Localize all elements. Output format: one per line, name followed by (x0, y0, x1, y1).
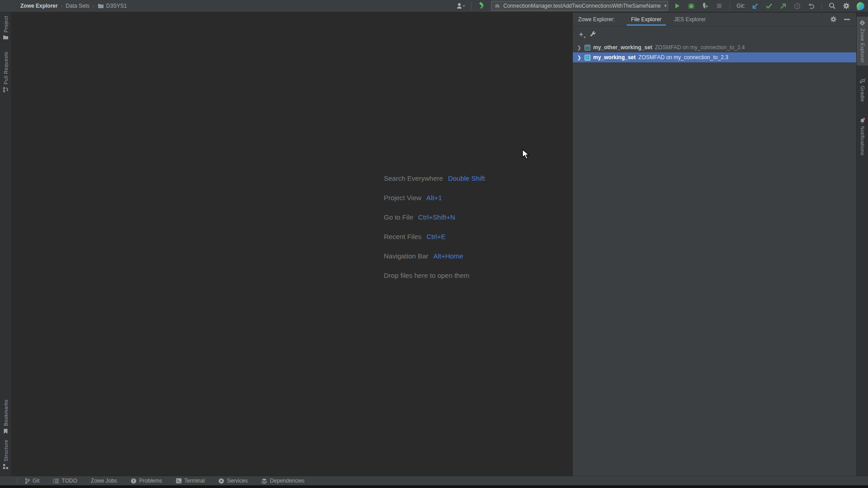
folder-icon (98, 3, 104, 9)
ide-window: Zowe Explorer › Data Sets › D3SYS1 (0, 0, 868, 488)
hint-recent-files: Recent Files Ctrl+E (384, 227, 485, 246)
statusbar-item-zowe-jobs[interactable]: Zowe Jobs (91, 478, 117, 484)
breadcrumb: Zowe Explorer › Data Sets › D3SYS1 (0, 3, 127, 9)
tree-row-my-other-working-set[interactable]: ❯ my_other_working_set ZOSMFAD on my_con… (573, 42, 856, 52)
toolbar-separator (471, 2, 472, 10)
sidebar-item-zowe-explorer[interactable]: Z Zowe Explorer (857, 17, 868, 66)
chevron-right-icon[interactable]: ❯ (576, 45, 582, 51)
tool-window-header: Zowe Explorer: File Explorer JES Explore… (573, 13, 856, 26)
git-toolbar-label: Git: (736, 3, 745, 9)
sidebar-item-bookmarks[interactable]: Bookmarks (0, 397, 12, 437)
chevron-down-icon: ▼ (583, 36, 586, 39)
zowe-z-icon: Z (859, 19, 866, 26)
zowe-explorer-label: Zowe Explorer (860, 28, 865, 63)
hint-go-to-file: Go to File Ctrl+Shift+N (384, 207, 485, 227)
bookmarks-label: Bookmarks (3, 399, 9, 426)
working-set-tree: ❯ my_other_working_set ZOSMFAD on my_con… (573, 42, 856, 62)
run-configuration-select[interactable]: ConnectionManager.testAddTwoConnectionsW… (491, 1, 668, 11)
history-button (792, 1, 802, 11)
sidebar-item-project[interactable]: Project (0, 13, 12, 42)
tool-window-toolbar: +▼ (573, 26, 856, 42)
hide-tool-window-icon[interactable] (844, 19, 850, 20)
debug-button[interactable] (686, 1, 696, 11)
statusbar-item-terminal[interactable]: Terminal (176, 478, 205, 484)
tool-window-gear-icon[interactable] (830, 16, 837, 23)
svg-text:Z: Z (861, 21, 863, 25)
zowe-logo-icon[interactable] (855, 1, 865, 11)
run-with-coverage-button[interactable] (700, 1, 710, 11)
breadcrumb-root[interactable]: Zowe Explorer (20, 3, 58, 9)
run-configuration-name: ConnectionManager.testAddTwoConnectionsW… (503, 3, 660, 9)
hint-search-everywhere: Search Everywhere Double Shift (384, 169, 485, 188)
dependencies-icon (261, 478, 267, 484)
toolbar-separator (821, 2, 822, 10)
run-button[interactable] (672, 1, 682, 11)
todo-list-icon (53, 479, 59, 483)
settings-gear-icon[interactable] (841, 1, 851, 11)
project-label: Project (3, 16, 9, 33)
build-hammer-icon[interactable] (477, 1, 487, 11)
tab-file-explorer[interactable]: File Explorer (627, 13, 666, 26)
sidebar-item-pull-requests[interactable]: Pull Requests (0, 49, 12, 95)
statusbar-separator (17, 478, 18, 484)
chevron-down-icon: ▼ (664, 4, 668, 8)
git-push-button[interactable] (778, 1, 788, 11)
window-bottom-edge (0, 485, 868, 488)
gradle-icon (859, 78, 866, 84)
statusbar-item-git[interactable]: Git (25, 478, 39, 484)
git-update-button[interactable] (750, 1, 760, 11)
statusbar-item-problems[interactable]: Problems (131, 478, 162, 484)
search-everywhere-icon[interactable] (827, 1, 837, 11)
statusbar-item-todo[interactable]: TODO (53, 478, 77, 484)
breadcrumb-separator: › (93, 3, 94, 9)
terminal-icon (176, 478, 182, 483)
rollback-button[interactable] (806, 1, 816, 11)
services-icon (218, 478, 224, 484)
wrench-settings-button[interactable] (590, 31, 596, 38)
breadcrumb-separator: › (61, 3, 63, 9)
statusbar-item-services[interactable]: Services (218, 478, 248, 484)
gradle-label: Gradle (860, 86, 865, 102)
problems-icon (131, 478, 137, 484)
hint-navigation-bar: Navigation Bar Alt+Home (384, 246, 485, 266)
working-set-icon (585, 55, 590, 61)
sidebar-item-notifications[interactable]: Notifications (857, 115, 868, 158)
project-folder-icon (3, 35, 9, 40)
breadcrumb-item-datasets[interactable]: Data Sets (66, 3, 90, 9)
hint-project-view: Project View Alt+1 (384, 188, 485, 207)
tree-row-my-working-set[interactable]: ❯ my_working_set ZOSMFAD on my_connectio… (573, 52, 856, 62)
sidebar-item-gradle[interactable]: Gradle (857, 75, 868, 104)
editor-empty-area: Search Everywhere Double Shift Project V… (12, 13, 572, 476)
user-account-button[interactable] (456, 1, 466, 11)
left-tool-stripe: Project Pull Requests Bookmarks (0, 12, 12, 476)
statusbar-item-dependencies[interactable]: Dependencies (261, 478, 305, 484)
chevron-right-icon[interactable]: ❯ (576, 55, 582, 61)
notifications-label: Notifications (860, 126, 865, 155)
working-set-icon (585, 45, 590, 51)
bell-icon (859, 117, 865, 124)
structure-label: Structure (3, 440, 9, 461)
git-branch-icon (25, 478, 30, 484)
sidebar-item-structure[interactable]: Structure (0, 437, 12, 472)
tab-jes-explorer[interactable]: JES Explorer (670, 13, 710, 26)
stop-button (714, 1, 724, 11)
pull-request-icon (3, 87, 9, 93)
keyboard-shortcut-hints: Search Everywhere Double Shift Project V… (384, 169, 485, 285)
toolbar-separator (730, 2, 730, 10)
breadcrumb-item-d3sys1[interactable]: D3SYS1 (98, 3, 127, 9)
pull-requests-label: Pull Requests (3, 52, 9, 84)
tool-window-title: Zowe Explorer: (578, 16, 615, 23)
add-working-set-button[interactable]: +▼ (579, 30, 583, 38)
bookmark-icon (3, 428, 8, 434)
structure-icon (3, 464, 9, 469)
status-bar: Git TODO Zowe Jobs Problems (0, 476, 868, 485)
hint-drop-files: Drop files here to open them (384, 266, 485, 285)
right-tool-stripe: Z Zowe Explorer Gradle Notifications (856, 12, 868, 476)
zowe-explorer-tool-window: Zowe Explorer: File Explorer JES Explore… (572, 13, 856, 476)
main-toolbar: Zowe Explorer › Data Sets › D3SYS1 (0, 0, 868, 12)
tool-window-tabs: File Explorer JES Explorer (627, 13, 710, 26)
git-commit-button[interactable] (764, 1, 774, 11)
run-config-icon (494, 3, 500, 9)
